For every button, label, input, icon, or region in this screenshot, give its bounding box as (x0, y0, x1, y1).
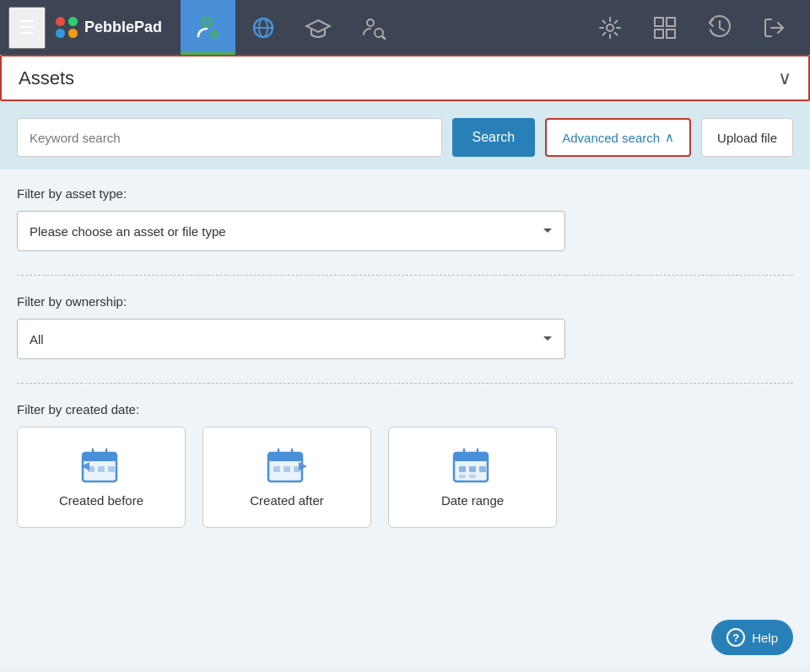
nav-settings-button[interactable] (582, 0, 637, 55)
divider-2 (17, 383, 793, 384)
history-icon (706, 14, 733, 41)
globe-icon (250, 14, 277, 41)
help-label: Help (752, 631, 778, 645)
app-logo: PebblePad (46, 17, 172, 39)
date-range-card[interactable]: Date range (388, 427, 557, 528)
person-add-icon (195, 13, 222, 40)
svg-rect-12 (667, 18, 675, 26)
asset-type-select[interactable]: Please choose an asset or file type (17, 211, 565, 251)
settings-icon (597, 14, 624, 41)
svg-line-9 (382, 36, 385, 39)
created-after-icon (267, 448, 307, 485)
logo-dot-blue (56, 29, 65, 38)
logo-dot-green (68, 17, 78, 26)
upload-file-button[interactable]: Upload file (701, 118, 793, 157)
svg-point-0 (202, 18, 211, 26)
logo-dot-yellow (68, 29, 78, 38)
svg-rect-40 (469, 475, 476, 478)
nav-person-add-button[interactable] (181, 0, 235, 55)
logo-dots-icon (56, 17, 78, 39)
nav-search-people-button[interactable] (345, 0, 400, 55)
nav-logout-button[interactable] (747, 0, 802, 55)
svg-rect-39 (459, 475, 466, 478)
svg-rect-38 (479, 466, 486, 472)
nav-grid-button[interactable] (637, 0, 692, 55)
svg-rect-28 (273, 466, 280, 472)
svg-rect-22 (108, 466, 115, 472)
filter-asset-type-label: Filter by asset type: (17, 186, 793, 201)
svg-rect-13 (655, 30, 663, 38)
svg-marker-6 (306, 20, 330, 32)
app-name-label: PebblePad (84, 19, 162, 36)
nav-history-button[interactable] (692, 0, 747, 55)
nav-grad-button[interactable] (290, 0, 345, 55)
svg-rect-14 (667, 30, 675, 38)
top-navigation: ☰ PebblePad (0, 0, 810, 55)
logout-icon (761, 14, 788, 41)
created-before-label: Created before (59, 493, 143, 508)
page-title: Assets (19, 67, 74, 89)
search-area: Search Advanced search ∧ Upload file (0, 101, 810, 169)
help-icon: ? (726, 628, 745, 647)
logo-dot-red (56, 17, 65, 26)
created-after-card[interactable]: Created after (202, 427, 371, 528)
assets-header: Assets ∨ (0, 55, 810, 101)
svg-point-10 (607, 24, 613, 31)
ownership-select[interactable]: All (17, 319, 565, 359)
search-people-icon (359, 14, 386, 41)
filter-date-section: Filter by created date: Created before (17, 402, 793, 528)
search-button[interactable]: Search (452, 118, 536, 157)
svg-point-7 (367, 19, 374, 26)
main-content: Filter by asset type: Please choose an a… (0, 169, 810, 668)
created-before-card[interactable]: Created before (17, 427, 186, 528)
date-cards-group: Created before Created after (17, 427, 793, 528)
created-before-icon (81, 448, 122, 485)
svg-rect-37 (469, 466, 476, 472)
filter-ownership-section: Filter by ownership: All (17, 294, 793, 359)
svg-rect-33 (454, 453, 488, 461)
filter-date-label: Filter by created date: (17, 402, 793, 417)
svg-rect-21 (98, 466, 105, 472)
date-range-icon (452, 448, 493, 485)
date-range-label: Date range (441, 493, 504, 508)
svg-rect-11 (655, 18, 663, 26)
nav-globe-button[interactable] (235, 0, 290, 55)
hamburger-menu-button[interactable]: ☰ (8, 7, 46, 49)
divider-1 (17, 275, 793, 276)
svg-rect-17 (83, 453, 116, 461)
nav-right-group (582, 0, 802, 55)
nav-icon-group (181, 0, 400, 55)
svg-rect-25 (268, 453, 302, 461)
help-button[interactable]: ? Help (711, 620, 793, 655)
created-after-label: Created after (250, 493, 324, 508)
grid-icon (651, 14, 678, 41)
filter-asset-type-section: Filter by asset type: Please choose an a… (17, 186, 793, 251)
svg-rect-29 (284, 466, 290, 472)
svg-rect-36 (459, 466, 466, 472)
keyword-search-input[interactable] (17, 118, 442, 157)
grad-cap-icon (305, 14, 332, 41)
assets-chevron-icon[interactable]: ∨ (778, 67, 791, 89)
advanced-search-chevron-icon: ∧ (665, 130, 674, 145)
search-row: Search Advanced search ∧ Upload file (17, 118, 793, 157)
advanced-search-label: Advanced search (562, 131, 660, 145)
advanced-search-button[interactable]: Advanced search ∧ (545, 118, 691, 157)
filter-ownership-label: Filter by ownership: (17, 294, 793, 309)
